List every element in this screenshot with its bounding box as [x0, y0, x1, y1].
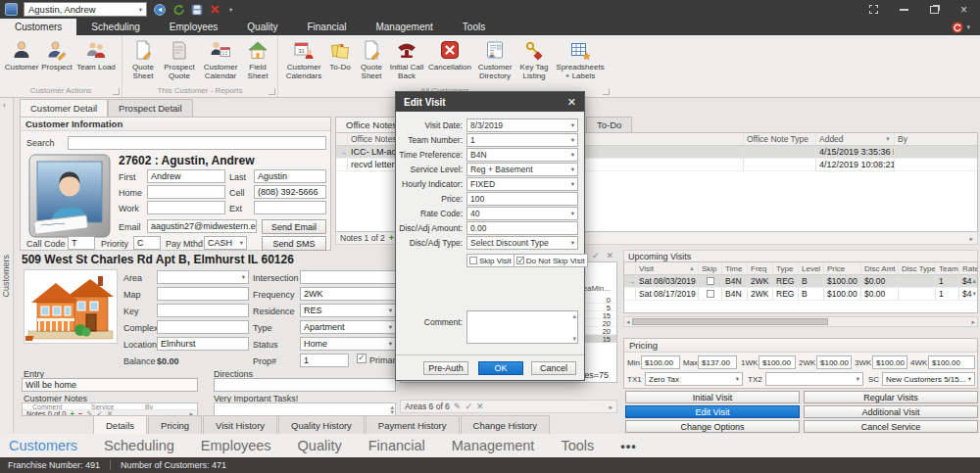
scroll-right-icon[interactable]: ▸: [969, 235, 973, 242]
col-team[interactable]: Team: [936, 262, 959, 274]
edit-note-icon[interactable]: ✎: [86, 409, 92, 416]
add-note-icon[interactable]: +: [70, 409, 74, 416]
intersection-input[interactable]: [300, 270, 396, 284]
bottom-nav-financial[interactable]: Financial: [368, 438, 425, 453]
first-name-input[interactable]: Andrew: [147, 169, 225, 183]
ribbon-button-quote-sheet-all[interactable]: Quote Sheet: [355, 37, 388, 81]
tab-details[interactable]: Details: [93, 415, 147, 434]
ribbon-button-customer[interactable]: Customer: [4, 37, 39, 72]
group-dialog-launcher[interactable]: [113, 88, 120, 95]
col-price[interactable]: Price: [824, 262, 861, 274]
comment-textarea[interactable]: ▴ ▾: [466, 310, 578, 344]
confirm-area-icon[interactable]: ✓: [592, 251, 600, 260]
type-select[interactable]: Apartment▾: [300, 320, 396, 334]
skip-checkbox[interactable]: [707, 277, 714, 285]
ribbon-button-initial-call-back[interactable]: Initial Call Back: [388, 37, 425, 81]
close-button[interactable]: ×: [960, 5, 967, 15]
do-not-skip-option[interactable]: Do Not Skip Visit: [514, 254, 588, 267]
skip-visit-option[interactable]: Skip Visit: [466, 254, 514, 267]
col-disc-type[interactable]: Disc Type: [899, 262, 936, 274]
menu-tab-employees[interactable]: Employees: [155, 19, 232, 35]
scroll-down-icon[interactable]: ▾: [972, 290, 976, 297]
call-code-input[interactable]: T: [68, 236, 95, 250]
residence-select[interactable]: RES▾: [300, 304, 396, 317]
scroll-up-icon[interactable]: ▴: [972, 277, 976, 284]
minimize-button[interactable]: [900, 9, 908, 11]
entry-input[interactable]: Will be home: [22, 378, 198, 392]
col-added[interactable]: Added▼: [816, 133, 895, 145]
max-price-input[interactable]: $137.00: [698, 355, 737, 369]
ribbon-button-prospect[interactable]: Prospect: [39, 37, 74, 72]
bottom-nav-management[interactable]: Management: [452, 438, 535, 453]
cancel-service-button[interactable]: Cancel Service: [804, 420, 978, 433]
regular-visits-button[interactable]: Regular Visits: [804, 391, 978, 403]
add-office-note-icon[interactable]: +: [389, 233, 394, 243]
home-phone-input[interactable]: [147, 185, 225, 199]
col-time[interactable]: Time: [722, 262, 748, 274]
col-by[interactable]: By: [895, 133, 977, 145]
col-level[interactable]: Level: [799, 262, 824, 274]
scroll-up-icon[interactable]: ▴: [572, 312, 576, 319]
wk1-price-input[interactable]: $100.00: [759, 355, 796, 369]
remove-note-icon[interactable]: −: [78, 409, 82, 416]
fullscreen-button[interactable]: [869, 5, 878, 14]
disc-adj-amount-input[interactable]: 0.00: [466, 221, 578, 235]
refresh-button[interactable]: [172, 3, 184, 16]
menu-tab-management[interactable]: Management: [361, 19, 447, 35]
scroll-right-icon[interactable]: ▸: [609, 403, 612, 410]
dialog-titlebar[interactable]: Edit Visit ✕: [396, 92, 584, 112]
collapsed-side-panel[interactable]: › Customers: [0, 98, 14, 436]
tab-quality-history[interactable]: Quality History: [278, 415, 365, 434]
ribbon-button-spreadsheets-labels[interactable]: Spreadsheets + Labels: [553, 37, 608, 81]
delete-button[interactable]: [209, 3, 221, 16]
ribbon-button-key-tag-listing[interactable]: Key Tag Listing: [515, 37, 553, 81]
cell-phone-input[interactable]: (808) 392-5666: [254, 185, 326, 199]
ribbon-button-customer-calendar[interactable]: Customer Calendar: [199, 37, 242, 81]
customer-selector-combo[interactable]: Agustin, Andrew ▾: [24, 2, 147, 17]
tab-prospect-detail[interactable]: Prospect Detail: [108, 99, 192, 117]
col-freq[interactable]: Freq: [748, 262, 773, 274]
bottom-nav-employees[interactable]: Employees: [201, 438, 271, 453]
scroll-left-icon[interactable]: ◂: [626, 318, 630, 325]
ribbon-button-prospect-quote[interactable]: Prospect Quote: [160, 37, 199, 81]
send-email-button[interactable]: Send Email: [262, 219, 326, 234]
scrollbar-thumb[interactable]: [632, 318, 828, 325]
confirm-area-icon[interactable]: ✓: [465, 402, 472, 411]
service-level-select[interactable]: Reg + Basement▾: [466, 163, 578, 176]
col-visit[interactable]: Visit▲: [636, 262, 699, 274]
wk2-price-input[interactable]: $100.00: [816, 355, 852, 369]
ribbon-button-customer-directory[interactable]: Customer Directory: [474, 37, 515, 81]
complex-input[interactable]: [157, 320, 249, 334]
expand-arrow-icon[interactable]: ›: [3, 101, 6, 110]
bottom-nav-quality[interactable]: Quality: [298, 438, 342, 453]
frequency-input[interactable]: 2WK: [300, 287, 396, 301]
tab-todo[interactable]: To-Do: [586, 117, 632, 132]
cancel-area-icon[interactable]: ✕: [606, 251, 613, 260]
scroll-down-icon[interactable]: ▾: [390, 408, 394, 415]
visit-date-select[interactable]: 8/3/2019▾: [466, 118, 578, 132]
col-skip[interactable]: Skip: [699, 262, 722, 274]
important-tasks-textarea[interactable]: ▴ ▾: [214, 402, 396, 416]
navigate-button[interactable]: [153, 3, 166, 16]
team-number-select[interactable]: 1▾: [466, 133, 578, 147]
ribbon-button-todo[interactable]: To-Do: [325, 37, 355, 72]
tab-payment-history[interactable]: Payment History: [366, 415, 460, 434]
status-select[interactable]: Home▾: [300, 337, 396, 351]
save-button[interactable]: [190, 3, 203, 16]
wk4-price-input[interactable]: $100.00: [928, 355, 975, 369]
ribbon-button-field-sheet[interactable]: Field Sheet: [242, 37, 273, 81]
tab-pricing[interactable]: Pricing: [148, 415, 202, 434]
cancel-area-icon[interactable]: ✕: [476, 402, 484, 411]
menu-tab-quality[interactable]: Quality: [232, 19, 292, 35]
ext-input[interactable]: [254, 201, 326, 214]
visit-row[interactable]: → Sat 08/03/2019 B4N 2WK REG B $100.00 $…: [624, 275, 977, 288]
col-disc-amt[interactable]: Disc Amt: [861, 262, 899, 274]
edit-area-icon[interactable]: ✎: [454, 402, 462, 411]
visit-row[interactable]: Sat 08/17/2019 B4N 2WK REG B $100.00 $0.…: [624, 288, 977, 301]
menu-tab-financial[interactable]: Financial: [292, 19, 361, 35]
toolbar-overflow-caret[interactable]: ▾: [229, 6, 232, 14]
dialog-close-icon[interactable]: ✕: [567, 96, 576, 109]
scroll-right-icon[interactable]: ▸: [971, 318, 975, 325]
menu-tab-scheduling[interactable]: Scheduling: [76, 19, 154, 35]
edit-visit-button[interactable]: Edit Visit: [625, 405, 800, 418]
